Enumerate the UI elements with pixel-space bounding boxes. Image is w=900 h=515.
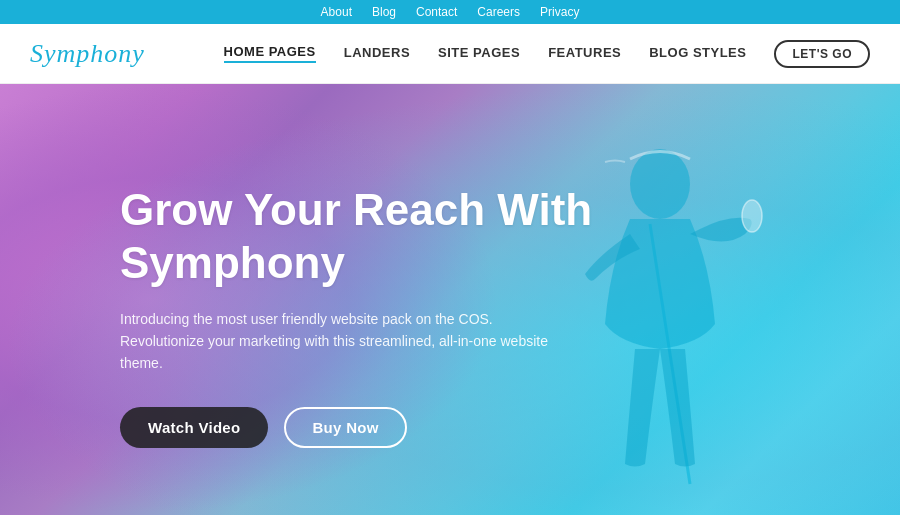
- watch-video-button[interactable]: Watch Video: [120, 407, 268, 448]
- topbar-link-privacy[interactable]: Privacy: [540, 5, 579, 19]
- hero-buttons: Watch Video Buy Now: [120, 407, 640, 448]
- top-bar: About Blog Contact Careers Privacy: [0, 0, 900, 24]
- main-nav: HOME PAGES LANDERS SITE PAGES FEATURES B…: [224, 40, 870, 68]
- lets-go-button[interactable]: LET'S GO: [774, 40, 870, 68]
- svg-point-2: [742, 200, 762, 232]
- hero-subtitle: Introducing the most user friendly websi…: [120, 308, 560, 375]
- nav-item-landers[interactable]: LANDERS: [344, 45, 410, 62]
- logo: Symphony: [30, 39, 145, 69]
- nav-item-site-pages[interactable]: SITE PAGES: [438, 45, 520, 62]
- hero-title: Grow Your Reach With Symphony: [120, 184, 640, 290]
- nav-item-features[interactable]: FEATURES: [548, 45, 621, 62]
- topbar-link-blog[interactable]: Blog: [372, 5, 396, 19]
- nav-item-blog-styles[interactable]: BLOG STYLES: [649, 45, 746, 62]
- hero-content: Grow Your Reach With Symphony Introducin…: [120, 184, 640, 448]
- hero-section: Grow Your Reach With Symphony Introducin…: [0, 84, 900, 515]
- nav-item-home-pages[interactable]: HOME PAGES: [224, 44, 316, 63]
- buy-now-button[interactable]: Buy Now: [284, 407, 406, 448]
- header: Symphony HOME PAGES LANDERS SITE PAGES F…: [0, 24, 900, 84]
- topbar-link-about[interactable]: About: [321, 5, 352, 19]
- topbar-link-contact[interactable]: Contact: [416, 5, 457, 19]
- topbar-link-careers[interactable]: Careers: [477, 5, 520, 19]
